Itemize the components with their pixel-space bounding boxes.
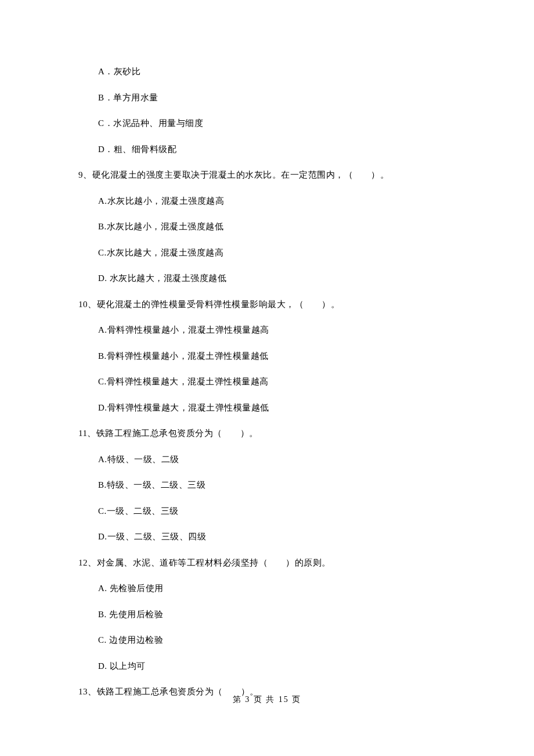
q12-option-a: A. 先检验后使用 bbox=[98, 582, 456, 595]
q10-option-d: D.骨料弹性模量越大，混凝土弹性模量越低 bbox=[98, 401, 456, 415]
q11-option-a: A.特级、一级、二级 bbox=[98, 453, 456, 466]
q9-option-c: C.水灰比越大，混凝土强度越高 bbox=[98, 246, 456, 260]
q12-option-b: B. 先使用后检验 bbox=[98, 608, 456, 621]
q12-option-d: D. 以上均可 bbox=[98, 660, 456, 673]
q11-text: 11、铁路工程施工总承包资质分为（ ）。 bbox=[78, 427, 456, 440]
q12-option-c: C. 边使用边检验 bbox=[98, 633, 456, 647]
q9-option-d: D. 水灰比越大，混凝土强度越低 bbox=[98, 272, 456, 285]
q8-option-a: A．灰砂比 bbox=[98, 65, 456, 78]
q10-option-a: A.骨料弹性模量越小，混凝土弹性模量越高 bbox=[98, 323, 456, 337]
q8-option-c: C．水泥品种、用量与细度 bbox=[98, 117, 456, 130]
q12-text: 12、对金属、水泥、道砟等工程材料必须坚持（ ）的原则。 bbox=[78, 556, 456, 570]
page-footer: 第 3 页 共 15 页 bbox=[0, 694, 534, 705]
q11-option-b: B.特级、一级、二级、三级 bbox=[98, 478, 456, 492]
q10-option-c: C.骨料弹性模量越大，混凝土弹性模量越高 bbox=[98, 375, 456, 388]
q8-option-b: B．单方用水量 bbox=[98, 91, 456, 105]
q10-option-b: B.骨料弹性模量越小，混凝土弹性模量越低 bbox=[98, 350, 456, 363]
q11-option-c: C.一级、二级、三级 bbox=[98, 505, 456, 518]
q8-option-d: D．粗、细骨料级配 bbox=[98, 143, 456, 156]
document-body: A．灰砂比 B．单方用水量 C．水泥品种、用量与细度 D．粗、细骨料级配 9、硬… bbox=[0, 0, 534, 699]
q9-text: 9、硬化混凝土的强度主要取决于混凝土的水灰比。在一定范围内，（ ）。 bbox=[78, 168, 456, 182]
q11-option-d: D.一级、二级、三级、四级 bbox=[98, 530, 456, 543]
q10-text: 10、硬化混凝土的弹性模量受骨料弹性模量影响最大，（ ）。 bbox=[78, 298, 456, 311]
q9-option-b: B.水灰比越小，混凝土强度越低 bbox=[98, 220, 456, 233]
q9-option-a: A.水灰比越小，混凝土强度越高 bbox=[98, 195, 456, 208]
